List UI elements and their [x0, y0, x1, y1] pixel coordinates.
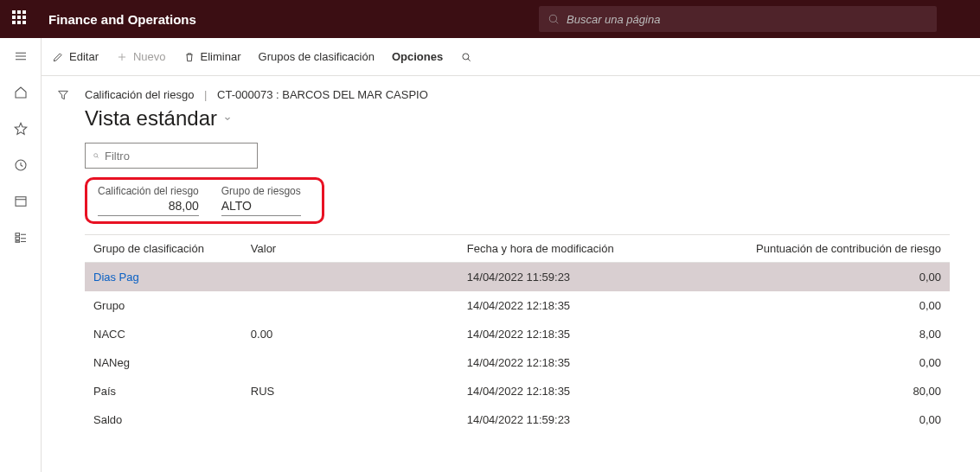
- module-icon[interactable]: [13, 230, 29, 246]
- svg-rect-8: [16, 233, 20, 236]
- risk-group-label: Grupo de riesgos: [221, 185, 301, 197]
- star-icon[interactable]: [13, 121, 29, 137]
- col-header-value[interactable]: Valor: [242, 235, 458, 263]
- svg-line-19: [97, 156, 99, 158]
- groups-label: Grupos de clasificación: [259, 50, 375, 63]
- filter-pane-toggle[interactable]: [42, 76, 85, 472]
- cell: [242, 405, 458, 434]
- edit-icon: [52, 51, 64, 63]
- quick-filter-input[interactable]: [105, 150, 250, 163]
- col-header-modified[interactable]: Fecha y hora de modificación: [458, 235, 695, 263]
- cell: NANeg: [85, 348, 242, 377]
- risk-score-value[interactable]: 88,00: [98, 197, 199, 216]
- search-icon: [548, 13, 560, 25]
- breadcrumb-separator: |: [204, 88, 207, 101]
- search-icon: [460, 51, 472, 63]
- view-title-text: Vista estándar: [85, 106, 217, 131]
- cell: [242, 263, 458, 292]
- cell: 14/04/2022 12:18:35: [458, 377, 695, 405]
- col-header-score[interactable]: Puntuación de contribución de riesgo: [695, 235, 950, 263]
- quick-filter[interactable]: [85, 143, 258, 169]
- recent-icon[interactable]: [13, 157, 29, 173]
- breadcrumb: Calificación del riesgo | CT-000073 : BA…: [85, 88, 971, 101]
- cell: Dias Pag: [85, 263, 242, 292]
- chevron-down-icon: [222, 113, 233, 124]
- cell: 0,00: [695, 348, 950, 377]
- cell: [242, 291, 458, 320]
- view-selector[interactable]: Vista estándar: [85, 106, 971, 131]
- breadcrumb-section: Calificación del riesgo: [85, 88, 194, 101]
- risk-group-value[interactable]: ALTO: [221, 197, 301, 216]
- plus-icon: [116, 51, 128, 63]
- svg-point-0: [549, 15, 556, 22]
- cell: RUS: [242, 377, 458, 405]
- cell: [242, 348, 458, 377]
- search-icon: [93, 150, 99, 161]
- cell: 80,00: [695, 377, 950, 405]
- table-row[interactable]: Saldo14/04/2022 11:59:230,00: [85, 405, 950, 434]
- cell: Grupo: [85, 291, 242, 320]
- cell: 0.00: [242, 320, 458, 348]
- classification-grid: Grupo de clasificación Valor Fecha y hor…: [85, 234, 950, 434]
- cell: 0,00: [695, 291, 950, 320]
- global-search-input[interactable]: [567, 13, 928, 26]
- cell: 14/04/2022 11:59:23: [458, 405, 695, 434]
- options-button[interactable]: Opciones: [392, 50, 443, 63]
- risk-score-label: Calificación del riesgo: [98, 185, 199, 197]
- cell: Saldo: [85, 405, 242, 434]
- workspace-icon[interactable]: [13, 194, 29, 209]
- table-row[interactable]: PaísRUS14/04/2022 12:18:3580,00: [85, 377, 950, 405]
- cell: 14/04/2022 12:18:35: [458, 291, 695, 320]
- svg-line-1: [555, 21, 558, 23]
- cell: 14/04/2022 11:59:23: [458, 263, 695, 292]
- table-row[interactable]: NACC0.0014/04/2022 12:18:358,00: [85, 320, 950, 348]
- breadcrumb-record: CT-000073 : BARCOS DEL MAR CASPIO: [217, 88, 428, 101]
- risk-summary-highlight: Calificación del riesgo 88,00 Grupo de r…: [85, 177, 324, 224]
- cell: 8,00: [695, 320, 950, 348]
- cell: 14/04/2022 12:18:35: [458, 320, 695, 348]
- table-row[interactable]: NANeg14/04/2022 12:18:350,00: [85, 348, 950, 377]
- edit-label: Editar: [69, 50, 99, 63]
- global-search[interactable]: [539, 6, 937, 32]
- table-row[interactable]: Grupo14/04/2022 12:18:350,00: [85, 291, 950, 320]
- cell: 14/04/2022 12:18:35: [458, 348, 695, 377]
- hamburger-icon[interactable]: [13, 48, 29, 64]
- app-launcher-icon[interactable]: [12, 10, 29, 28]
- new-button[interactable]: Nuevo: [116, 50, 166, 63]
- groups-button[interactable]: Grupos de clasificación: [259, 50, 375, 63]
- cell: 0,00: [695, 263, 950, 292]
- action-bar: Editar Nuevo Eliminar Grupos de clasific…: [42, 38, 980, 76]
- options-label: Opciones: [392, 50, 443, 63]
- nav-rail: [0, 38, 42, 472]
- svg-rect-10: [16, 241, 20, 243]
- global-header: Finance and Operations: [0, 0, 980, 38]
- trash-icon: [183, 51, 195, 63]
- svg-rect-9: [16, 237, 20, 239]
- app-title: Finance and Operations: [48, 12, 196, 27]
- edit-button[interactable]: Editar: [52, 50, 99, 63]
- cell: NACC: [85, 320, 242, 348]
- find-button[interactable]: [460, 51, 472, 63]
- table-row[interactable]: Dias Pag14/04/2022 11:59:230,00: [85, 263, 950, 292]
- funnel-icon: [56, 88, 70, 102]
- home-icon[interactable]: [13, 85, 29, 100]
- svg-rect-6: [16, 197, 26, 207]
- delete-label: Eliminar: [201, 50, 241, 63]
- col-header-group[interactable]: Grupo de clasificación: [85, 235, 242, 263]
- new-label: Nuevo: [133, 50, 166, 63]
- cell: País: [85, 377, 242, 405]
- cell: 0,00: [695, 405, 950, 434]
- delete-button[interactable]: Eliminar: [183, 50, 241, 63]
- svg-line-17: [468, 58, 471, 61]
